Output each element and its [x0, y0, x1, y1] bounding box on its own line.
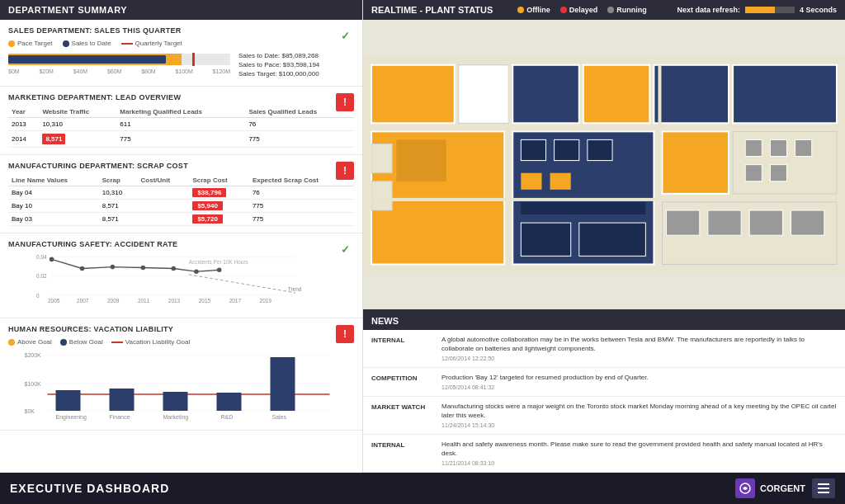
svg-point-9: [80, 266, 85, 271]
news-content-3: Manufacturing stocks were a major weight…: [441, 403, 837, 428]
svg-rect-72: [791, 210, 824, 235]
vacation-alert-icon: !: [336, 325, 354, 343]
svg-text:0.02: 0.02: [36, 273, 47, 279]
pace-legend: Pace Target: [8, 40, 53, 47]
offline-dot: [517, 7, 524, 13]
sales-legend-item: Sales to Date: [63, 40, 111, 47]
svg-point-10: [111, 265, 116, 270]
scrap-table-body: Bay 04 10,310 $38,796 76 Bay 10 8,571 $5…: [8, 186, 354, 226]
svg-rect-63: [745, 139, 762, 156]
svg-point-11: [141, 266, 146, 271]
svg-text:R&D: R&D: [221, 414, 234, 420]
svg-rect-32: [110, 389, 135, 411]
plant-title: REALTIME - PLANT STATUS: [371, 5, 493, 15]
news-item-1: INTERNAL A global automotive collaborati…: [363, 330, 845, 368]
refresh-bar: [745, 7, 795, 13]
svg-line-6: [189, 275, 295, 293]
svg-text:Engineering: Engineering: [56, 414, 87, 421]
svg-rect-57: [550, 173, 571, 190]
marketing-alert-icon: !: [336, 93, 354, 111]
svg-rect-54: [555, 139, 579, 160]
plant-legend: Offline Delayed Running: [517, 6, 647, 14]
svg-point-12: [172, 266, 177, 271]
svg-text:2011: 2011: [138, 298, 150, 303]
news-category-2: COMPETITION: [371, 374, 433, 382]
sales-chart-area: $0M $20M $40M $60M $80M $100M $120M Sale…: [8, 52, 354, 79]
svg-text:Sales: Sales: [272, 414, 287, 420]
svg-text:2017: 2017: [229, 298, 242, 303]
vacation-svg: $200K $100K $0K: [8, 349, 354, 423]
sales-legend: Pace Target Sales to Date Quarterly Targ…: [8, 40, 354, 47]
quarterly-legend: Quarterly Target: [121, 40, 182, 47]
svg-text:0: 0: [36, 293, 40, 299]
marketing-title: MARKETING DEPARTMENT: LEAD OVERVIEW: [8, 93, 354, 101]
x-axis-labels: $0M $20M $40M $60M $80M $100M $120M: [8, 68, 230, 74]
svg-rect-66: [745, 165, 762, 181]
svg-rect-73: [508, 65, 512, 265]
above-goal-dot: [8, 339, 15, 346]
vacation-legend: Above Goal Below Goal Vacation Liability…: [8, 338, 354, 346]
marketing-header-row: Year Website Traffic Marketing Qualified…: [8, 106, 354, 118]
running-dot: [607, 7, 614, 13]
svg-rect-35: [271, 357, 295, 411]
svg-rect-33: [163, 392, 188, 411]
scrap-row-bay04: Bay 04 10,310 $38,796 76: [8, 186, 354, 200]
svg-rect-55: [588, 139, 612, 160]
svg-rect-31: [56, 390, 81, 411]
hamburger-menu[interactable]: [812, 478, 835, 498]
scrap-cost-bay10: $5,940: [192, 201, 222, 210]
refresh-info: Next data refresh: 4 Seconds: [677, 6, 837, 14]
news-item-3: MARKET WATCH Manufacturing stocks were a…: [363, 397, 845, 435]
svg-text:2013: 2013: [168, 298, 181, 303]
news-content-2: Production 'Bay 12' targeted for resumed…: [441, 374, 837, 390]
scrap-row-bay10: Bay 10 8,571 $5,940 775: [8, 200, 354, 213]
news-text-2: Production 'Bay 12' targeted for resumed…: [441, 374, 837, 382]
sales-status-icon: ✓: [336, 26, 354, 45]
svg-text:Accidents Per 10K Hours: Accidents Per 10K Hours: [189, 259, 248, 265]
svg-text:2015: 2015: [199, 298, 211, 303]
news-text-3: Manufacturing stocks were a major weight…: [441, 403, 837, 420]
svg-text:2005: 2005: [48, 298, 60, 303]
svg-rect-47: [733, 65, 837, 123]
menu-line-3: [818, 492, 829, 493]
news-text-1: A global automotive collaboration may be…: [441, 336, 837, 353]
marketing-table-body: 2013 10,310 611 76 2014 8,571 775 775: [8, 118, 354, 148]
news-content-4: Health and safety awareness month. Pleas…: [441, 440, 837, 466]
sales-info: Sales to Date: $85,089,268 Sales to Pace…: [238, 52, 354, 79]
left-panel: DEPARTMENT SUMMARY SALES DEPARTMENT: SAL…: [0, 0, 363, 473]
highlight-traffic: 8,571: [42, 134, 65, 144]
sales-bar: [8, 55, 166, 64]
svg-rect-51: [396, 139, 446, 181]
svg-rect-69: [667, 210, 700, 235]
sales-dot: [63, 40, 69, 47]
svg-text:0.04: 0.04: [36, 254, 47, 260]
svg-rect-65: [795, 139, 812, 156]
svg-rect-53: [521, 139, 545, 160]
news-time-1: 12/06/2014 12:22:50: [441, 356, 837, 361]
svg-text:2007: 2007: [77, 298, 89, 303]
menu-line-1: [818, 483, 829, 485]
svg-rect-67: [770, 165, 786, 181]
svg-text:$0K: $0K: [25, 408, 35, 414]
scrap-cost-bay04: $38,796: [192, 188, 226, 197]
plant-header: REALTIME - PLANT STATUS Offline Delayed …: [363, 0, 845, 20]
news-title: NEWS: [363, 312, 845, 330]
news-content-1: A global automotive collaboration may be…: [441, 336, 837, 361]
svg-rect-74: [658, 65, 661, 265]
scrap-header-row: Line Name Values Scrap Cost/Unit Scrap C…: [8, 175, 354, 186]
marketing-row-2014: 2014 8,571 775 775: [8, 131, 354, 148]
sales-title: SALES DEPARTMENT: SALES THIS QUARTER: [8, 26, 354, 35]
svg-rect-60: [579, 223, 646, 256]
scrap-alert-icon: !: [336, 162, 354, 180]
vacation-goal-line: [111, 341, 123, 343]
svg-point-8: [50, 257, 54, 262]
target-line: [192, 53, 195, 65]
svg-rect-45: [583, 65, 650, 123]
vacation-title: HUMAN RESOURCES: VACATION LIABILITY: [8, 325, 354, 333]
news-item-4: INTERNAL Health and safety awareness mon…: [363, 435, 845, 473]
logo-icon: [735, 478, 755, 498]
marketing-section: MARKETING DEPARTMENT: LEAD OVERVIEW ! Ye…: [0, 87, 362, 155]
svg-text:2009: 2009: [107, 298, 120, 303]
svg-rect-49: [371, 144, 392, 172]
svg-rect-70: [708, 210, 741, 235]
